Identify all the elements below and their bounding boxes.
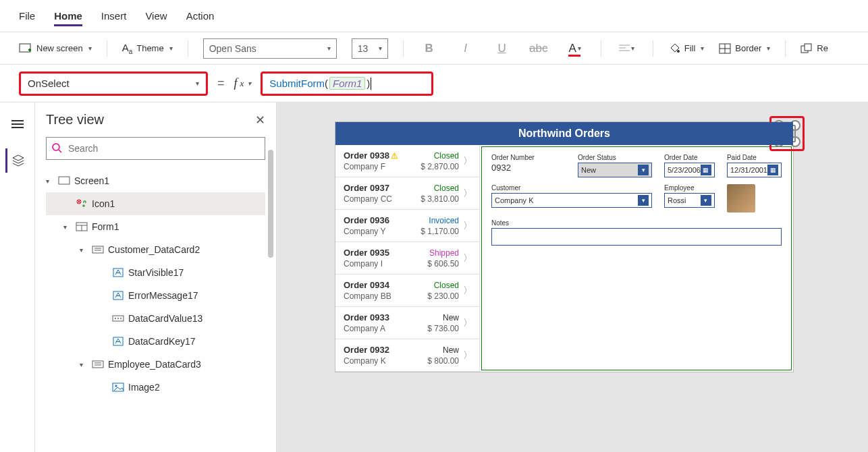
hamburger-button[interactable]	[5, 112, 30, 136]
tree-item-label: Form1	[92, 221, 119, 232]
tree-item-label: StarVisible17	[128, 267, 184, 278]
tree-item-label: Icon1	[92, 198, 115, 209]
tree-item-datacardvalue13[interactable]: DataCardValue13	[46, 307, 265, 330]
order-list-item[interactable]: Order 0933Company ANew$ 736.00〉	[335, 307, 479, 339]
order-amount: $ 606.50	[427, 259, 459, 269]
bold-button[interactable]: B	[418, 38, 440, 59]
separator	[785, 40, 786, 57]
tree-list: ▾Screen1Icon1▾Form1▾Customer_DataCard2St…	[46, 169, 265, 399]
tree-item-icon1[interactable]: Icon1	[46, 192, 265, 215]
label-icon	[112, 267, 124, 278]
app-header: Northwind Orders	[335, 122, 793, 145]
formula-input[interactable]: SubmitForm( Form1 )	[261, 72, 433, 96]
order-id: Order 0938⚠	[344, 150, 421, 161]
order-status: Closed	[421, 151, 459, 161]
fx-button[interactable]: fx▾	[234, 76, 252, 90]
chevron-down-icon: ▾	[578, 45, 581, 52]
reorder-button[interactable]: Re	[801, 43, 828, 54]
scrollbar[interactable]	[268, 150, 273, 258]
svg-rect-22	[92, 246, 103, 253]
tree-caret-icon: ▾	[46, 177, 54, 185]
paid-date-input[interactable]: 12/31/2001 ▦	[727, 163, 782, 177]
tree-item-starvisible17[interactable]: StarVisible17	[46, 261, 265, 284]
tree-item-employee_datacard3[interactable]: ▾Employee_DataCard3	[46, 353, 265, 376]
svg-rect-32	[92, 361, 103, 368]
order-list-item[interactable]: Order 0935Company IShipped$ 606.50〉	[335, 242, 479, 275]
notes-input[interactable]	[491, 228, 782, 246]
chevron-right-icon: 〉	[463, 155, 472, 167]
reorder-label: Re	[817, 43, 828, 53]
menu-home[interactable]: Home	[54, 10, 82, 26]
order-status-label: Order Status	[578, 154, 652, 161]
new-screen-button[interactable]: New screen ▾	[19, 43, 92, 54]
menu-bar: File Home Insert View Action	[0, 0, 868, 32]
order-list-item[interactable]: Order 0932Company KNew$ 800.00〉	[335, 339, 479, 372]
font-select[interactable]: Open Sans ▾	[203, 38, 337, 59]
font-color-button[interactable]: A▾	[564, 38, 586, 59]
chevron-right-icon: 〉	[463, 285, 472, 297]
menu-file[interactable]: File	[19, 10, 35, 22]
align-button[interactable]: ▾	[616, 38, 638, 59]
order-amount: $ 800.00	[427, 356, 459, 366]
order-amount: $ 736.00	[427, 324, 459, 333]
search-icon	[51, 142, 62, 153]
customer-select[interactable]: Company K ▾	[491, 193, 652, 208]
border-button[interactable]: Border ▾	[719, 43, 770, 54]
order-list-item[interactable]: Order 0937Company CCClosed$ 3,810.00〉	[335, 177, 479, 210]
canvas: Northwind Orders Order 0938⚠Company FClo…	[277, 103, 868, 452]
fill-button[interactable]: Fill ▾	[668, 43, 705, 55]
order-status: Closed	[427, 281, 459, 290]
app-title: Northwind Orders	[518, 128, 610, 140]
underline-button[interactable]: U	[491, 38, 513, 59]
screen-icon	[58, 175, 70, 186]
property-select[interactable]: OnSelect ▾	[19, 72, 208, 96]
chevron-down-icon: ▾	[701, 195, 711, 206]
order-list-item[interactable]: Order 0934Company BBClosed$ 230.00〉	[335, 275, 479, 307]
tree-item-customer_datacard2[interactable]: ▾Customer_DataCard2	[46, 238, 265, 261]
svg-point-6	[677, 50, 680, 53]
menu-insert[interactable]: Insert	[101, 10, 127, 22]
order-list-item[interactable]: Order 0936Company YInvoiced$ 1,170.00〉	[335, 210, 479, 242]
order-company: Company K	[344, 356, 427, 366]
tree-item-label: ErrorMessage17	[128, 290, 198, 301]
italic-button[interactable]: I	[455, 38, 477, 59]
tree-close-button[interactable]: ✕	[255, 113, 265, 128]
equals-sign: =	[217, 76, 225, 90]
tree-search-input[interactable]	[46, 137, 265, 160]
tree-view-rail-button[interactable]	[5, 148, 30, 173]
separator	[403, 40, 404, 57]
font-size-select[interactable]: 13 ▾	[352, 38, 388, 59]
chevron-right-icon: 〉	[463, 252, 472, 264]
svg-point-30	[120, 318, 121, 319]
svg-rect-17	[59, 177, 70, 184]
tree-item-form1[interactable]: ▾Form1	[46, 215, 265, 238]
order-status-select[interactable]: New ▾	[578, 163, 652, 177]
order-date-input[interactable]: 5/23/2006 ▦	[664, 163, 715, 177]
strikethrough-button[interactable]: abc	[528, 38, 549, 59]
tree-item-errormessage17[interactable]: ErrorMessage17	[46, 284, 265, 307]
fill-icon	[668, 43, 680, 55]
chevron-down-icon: ▾	[88, 45, 92, 52]
border-label: Border	[735, 43, 761, 53]
order-id: Order 0937	[344, 183, 421, 193]
menu-action[interactable]: Action	[186, 10, 215, 22]
tree-item-image2[interactable]: Image2	[46, 376, 265, 399]
layers-icon	[11, 154, 25, 167]
tree-item-screen1[interactable]: ▾Screen1	[46, 169, 265, 192]
tree-item-datacardkey17[interactable]: DataCardKey17	[46, 330, 265, 353]
order-list-item[interactable]: Order 0938⚠Company FClosed$ 2,870.00〉	[335, 145, 479, 177]
theme-button[interactable]: Aa Theme ▾	[122, 42, 173, 55]
employee-select[interactable]: Rossi ▾	[664, 193, 715, 208]
calendar-icon: ▦	[701, 165, 711, 175]
form-pane: Order Number 0932 Order Status New ▾ Ord…	[481, 146, 792, 370]
order-amount: $ 230.00	[427, 291, 459, 301]
chevron-down-icon: ▾	[248, 80, 251, 87]
card-icon	[92, 359, 104, 370]
property-value: OnSelect	[28, 78, 70, 89]
order-status: New	[427, 345, 459, 355]
order-amount: $ 2,870.00	[421, 162, 459, 171]
main-area: Tree view ✕ ▾Screen1Icon1▾Form1▾Customer…	[0, 103, 868, 452]
menu-view[interactable]: View	[145, 10, 167, 22]
order-amount: $ 1,170.00	[421, 227, 459, 236]
chevron-down-icon: ▾	[327, 45, 331, 52]
